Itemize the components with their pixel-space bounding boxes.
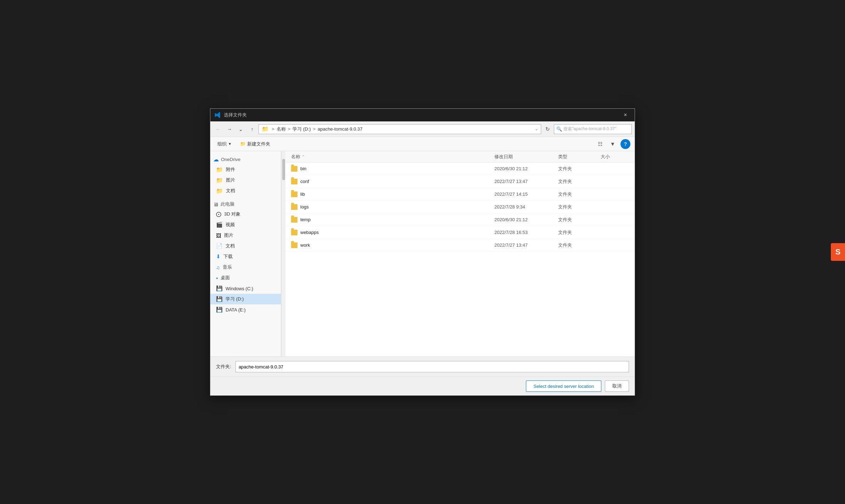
search-bar[interactable]: 🔍 搜索"apache-tomcat-9.0.37" xyxy=(554,124,632,134)
address-dropdown-arrow[interactable]: ⌄ xyxy=(535,127,538,131)
file-date: 2022/7/28 9:34 xyxy=(494,204,558,210)
sidebar-label-desktop: 桌面 xyxy=(221,275,230,281)
sidebar-label-music: 音乐 xyxy=(223,264,232,270)
file-row[interactable]: work 2022/7/27 13:47 文件夹 xyxy=(285,239,635,252)
folder-icon xyxy=(291,217,297,223)
back-button[interactable]: ← xyxy=(213,124,223,134)
sidebar-section-onedrive: ☁ OneDrive xyxy=(210,154,281,164)
sidebar-item-drive-c[interactable]: 💾 Windows (C:) xyxy=(210,283,281,294)
file-type: 文件夹 xyxy=(558,204,601,210)
computer-icon: 🖥 xyxy=(213,201,219,207)
close-button[interactable]: × xyxy=(620,110,630,120)
organize-button[interactable]: 组织 ▼ xyxy=(215,139,234,149)
sidebar-item-downloads[interactable]: ⬇ 下载 xyxy=(210,251,281,262)
file-name: webapps xyxy=(291,230,494,235)
file-list-header: 名称 ⌃ 修改日期 类型 大小 xyxy=(285,151,635,162)
folder-icon xyxy=(291,242,297,248)
file-name-label: lib xyxy=(300,191,305,197)
file-row[interactable]: lib 2022/7/27 14:15 文件夹 xyxy=(285,188,635,201)
file-date: 2020/6/30 21:12 xyxy=(494,217,558,222)
folder-icon-pictures1: 📁 xyxy=(216,177,223,184)
breadcrumb-this-computer[interactable]: 名称 xyxy=(277,126,286,132)
sidebar-item-desktop[interactable]: ▪ 桌面 xyxy=(210,273,281,283)
download-icon: ⬇ xyxy=(216,253,221,260)
column-header-size: 大小 xyxy=(601,154,629,160)
dropdown-button[interactable]: ⌄ xyxy=(236,124,246,134)
file-row[interactable]: logs 2022/7/28 9:34 文件夹 xyxy=(285,201,635,213)
sidebar-item-pictures1[interactable]: 📁 图片 xyxy=(210,175,281,185)
sort-arrow-icon: ⌃ xyxy=(302,155,305,159)
file-row[interactable]: bin 2020/6/30 21:12 文件夹 xyxy=(285,162,635,175)
sidebar-label-downloads: 下载 xyxy=(223,253,233,260)
breadcrumb-sep-1: > xyxy=(288,126,291,132)
sidebar-scroll-thumb[interactable] xyxy=(282,159,285,180)
column-header-type: 类型 xyxy=(558,154,601,160)
up-button[interactable]: ↑ xyxy=(247,124,257,134)
breadcrumb-current-folder[interactable]: apache-tomcat-9.0.37 xyxy=(318,126,362,132)
sidebar-label-attachments: 附件 xyxy=(226,166,235,173)
help-button[interactable]: ? xyxy=(620,139,630,149)
cloud-icon: ☁ xyxy=(213,156,219,163)
column-header-name: 名称 ⌃ xyxy=(291,154,494,160)
sidebar-label-3d: 3D 对象 xyxy=(224,211,240,217)
organize-dropdown-icon: ▼ xyxy=(228,142,232,146)
cancel-button[interactable]: 取消 xyxy=(605,380,629,392)
filename-input[interactable] xyxy=(236,361,629,372)
view-toggle-button[interactable]: ☷ xyxy=(595,139,605,149)
breadcrumb-drive-d[interactable]: 学习 (D:) xyxy=(293,126,311,132)
sidebar-item-pictures2[interactable]: 🖼 图片 xyxy=(210,230,281,241)
refresh-button[interactable]: ↻ xyxy=(543,124,552,134)
sidebar-label-drive-c: Windows (C:) xyxy=(226,286,253,291)
folder-label: 文件夹: xyxy=(216,363,231,370)
file-name: logs xyxy=(291,204,494,210)
address-bar[interactable]: 📁 > 名称 > 学习 (D:) > apache-tomcat-9.0.37 … xyxy=(259,124,541,134)
new-folder-button[interactable]: 📁 新建文件夹 xyxy=(237,139,273,149)
sidebar-item-attachments[interactable]: 📁 附件 xyxy=(210,164,281,175)
new-folder-label: 新建文件夹 xyxy=(247,141,270,147)
file-name: conf xyxy=(291,179,494,184)
new-folder-icon: 📁 xyxy=(240,141,246,147)
file-row[interactable]: webapps 2022/7/28 16:53 文件夹 xyxy=(285,226,635,239)
view-dropdown-button[interactable]: ▼ xyxy=(608,139,618,149)
sidebar-item-drive-d[interactable]: 💾 学习 (D:) xyxy=(210,294,281,304)
document-icon: 📄 xyxy=(216,243,223,249)
sidebar-item-documents2[interactable]: 📄 文档 xyxy=(210,241,281,251)
sidebar-label-documents1: 文档 xyxy=(226,188,235,194)
folder-icon-attachments: 📁 xyxy=(216,166,223,173)
navigation-toolbar: ← → ⌄ ↑ 📁 > 名称 > 学习 (D:) > apache-tomcat… xyxy=(210,121,635,137)
sidebar-item-video[interactable]: 🎬 视频 xyxy=(210,219,281,230)
forward-button[interactable]: → xyxy=(225,124,234,134)
drive-d-icon: 💾 xyxy=(216,296,223,302)
file-name: bin xyxy=(291,166,494,172)
vscode-logo xyxy=(215,112,221,118)
file-type: 文件夹 xyxy=(558,166,601,172)
file-row[interactable]: conf 2022/7/27 13:47 文件夹 xyxy=(285,175,635,188)
sidebar-scrollbar[interactable] xyxy=(281,151,285,356)
sidebar-label-drive-d: 学习 (D:) xyxy=(226,296,244,302)
organize-label: 组织 xyxy=(217,141,227,147)
file-name-label: bin xyxy=(300,166,306,171)
file-list: bin 2020/6/30 21:12 文件夹 conf 2022/7/27 1… xyxy=(285,162,635,356)
folder-icon xyxy=(291,230,297,235)
file-name-label: logs xyxy=(300,204,309,210)
file-date: 2022/7/27 14:15 xyxy=(494,191,558,197)
confirm-button[interactable]: Select desired server location xyxy=(526,380,601,392)
sidebar-item-3d[interactable]: ⨀ 3D 对象 xyxy=(210,209,281,219)
dialog-title: 选择文件夹 xyxy=(224,112,620,118)
file-name: temp xyxy=(291,217,494,223)
action-toolbar: 组织 ▼ 📁 新建文件夹 ☷ ▼ ? xyxy=(210,137,635,151)
file-row[interactable]: temp 2020/6/30 21:12 文件夹 xyxy=(285,213,635,226)
sidebar-item-documents1[interactable]: 📁 文档 xyxy=(210,185,281,196)
sidebar-label-drive-e: DATA (E:) xyxy=(226,307,246,313)
sidebar-item-drive-e[interactable]: 💾 DATA (E:) xyxy=(210,304,281,315)
drive-c-icon: 💾 xyxy=(216,285,223,292)
file-date: 2022/7/27 13:47 xyxy=(494,179,558,184)
search-placeholder: 搜索"apache-tomcat-9.0.37" xyxy=(563,126,616,132)
main-content: ☁ OneDrive 📁 附件 📁 图片 📁 文档 🖥 此电脑 ⨀ xyxy=(210,151,635,356)
file-type: 文件夹 xyxy=(558,229,601,236)
breadcrumb-sep-0: > xyxy=(272,126,274,132)
footer-buttons: Select desired server location 取消 xyxy=(210,377,635,395)
sidebar-item-music[interactable]: ♫ 音乐 xyxy=(210,262,281,273)
sidebar-label-pictures1: 图片 xyxy=(226,177,235,183)
folder-icon xyxy=(291,204,297,210)
